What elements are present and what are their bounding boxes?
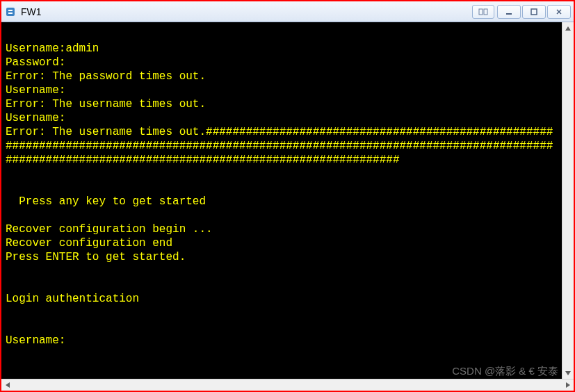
app-icon [4, 6, 17, 18]
scroll-up-button[interactable] [562, 22, 574, 34]
svg-rect-2 [484, 9, 487, 15]
terminal-window: FW1 Username:admin Password: Error: The … [1, 1, 574, 391]
close-button[interactable] [547, 5, 571, 19]
window-controls [496, 5, 571, 19]
minimize-button[interactable] [497, 5, 521, 19]
vertical-scrollbar[interactable] [562, 22, 574, 379]
scroll-down-button[interactable] [562, 367, 574, 379]
app-extra-button[interactable] [472, 5, 494, 19]
scroll-left-button[interactable] [1, 379, 13, 391]
terminal-output[interactable]: Username:admin Password: Error: The pass… [1, 22, 562, 379]
vertical-scroll-track[interactable] [562, 34, 574, 367]
svg-rect-0 [6, 8, 15, 16]
terminal-area: Username:admin Password: Error: The pass… [1, 22, 574, 379]
window-title: FW1 [21, 6, 472, 17]
svg-rect-3 [506, 13, 512, 15]
horizontal-scroll-track[interactable] [13, 379, 562, 391]
maximize-button[interactable] [522, 5, 546, 19]
scroll-right-button[interactable] [562, 379, 574, 391]
svg-rect-4 [531, 9, 537, 15]
svg-rect-1 [479, 9, 483, 15]
horizontal-scrollbar[interactable] [1, 379, 574, 391]
titlebar: FW1 [1, 1, 574, 22]
